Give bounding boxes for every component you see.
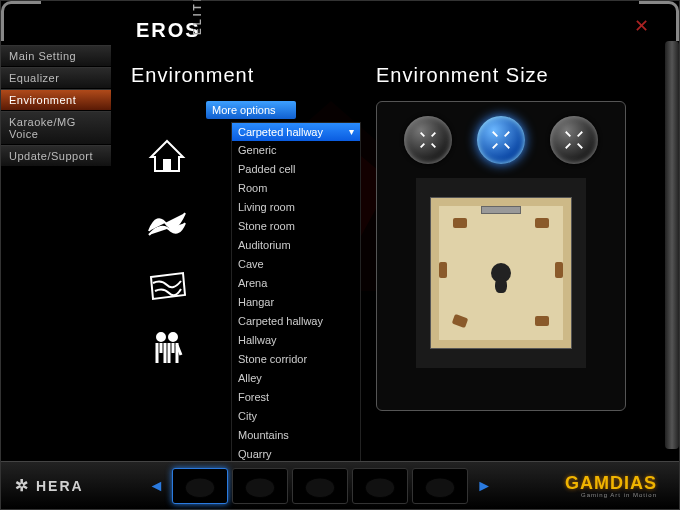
terrain-icon[interactable] bbox=[146, 264, 188, 306]
sidebar-item-update-support[interactable]: Update/Support bbox=[1, 145, 111, 167]
product-carousel: ◄ ► bbox=[98, 468, 543, 504]
carousel-thumbs bbox=[172, 468, 468, 504]
svg-point-6 bbox=[246, 477, 276, 497]
section-title-environment: Environment bbox=[131, 64, 254, 87]
dropdown-list: GenericPadded cellRoomLiving roomStone r… bbox=[232, 141, 360, 481]
svg-point-8 bbox=[366, 477, 396, 497]
sidebar-item-equalizer[interactable]: Equalizer bbox=[1, 67, 111, 89]
section-title-size: Environment Size bbox=[376, 64, 549, 87]
dropdown-selected-label: Carpeted hallway bbox=[238, 126, 323, 138]
dropdown-option[interactable]: Mountains bbox=[232, 426, 360, 445]
dropdown-option[interactable]: Hangar bbox=[232, 293, 360, 312]
sidebar-item-main-setting[interactable]: Main Setting bbox=[1, 45, 111, 67]
svg-point-3 bbox=[157, 333, 165, 341]
dropdown-option[interactable]: City bbox=[232, 407, 360, 426]
carousel-thumb[interactable] bbox=[292, 468, 348, 504]
sidebar-nav: Main SettingEqualizerEnvironmentKaraoke/… bbox=[1, 45, 111, 167]
room-floor bbox=[431, 198, 571, 348]
vendor-logo-text: GAMDIAS bbox=[565, 473, 657, 493]
dropdown-option[interactable]: Carpeted hallway bbox=[232, 312, 360, 331]
dropdown-option[interactable]: Padded cell bbox=[232, 160, 360, 179]
people-icon[interactable] bbox=[146, 328, 188, 370]
sidebar-item-environment[interactable]: Environment bbox=[1, 89, 111, 111]
environment-dropdown[interactable]: Carpeted hallway GenericPadded cellRoomL… bbox=[231, 122, 361, 482]
room-listener bbox=[491, 263, 511, 283]
product-logo: EROSELITE bbox=[136, 19, 244, 42]
dropdown-option[interactable]: Stone room bbox=[232, 217, 360, 236]
bottom-bar: ✲ HERA ◄ ► GAMDIAS Gaming Art in Motion bbox=[1, 461, 679, 509]
logo-subtext: ELITE bbox=[192, 0, 203, 35]
svg-point-5 bbox=[186, 477, 216, 497]
gear-icon: ✲ bbox=[15, 476, 30, 495]
dropdown-selected[interactable]: Carpeted hallway bbox=[232, 123, 360, 141]
logo-text: EROS bbox=[136, 19, 201, 41]
environment-category-icons bbox=[146, 136, 201, 370]
frame-edge bbox=[665, 41, 679, 449]
sidebar-item-karaoke-mg-voice[interactable]: Karaoke/MG Voice bbox=[1, 111, 111, 145]
carousel-prev-icon[interactable]: ◄ bbox=[144, 477, 168, 495]
carousel-thumb[interactable] bbox=[232, 468, 288, 504]
close-icon[interactable]: ✕ bbox=[634, 15, 649, 37]
main-content: Environment Environment Size More option… bbox=[126, 56, 654, 459]
dropdown-option[interactable]: Stone corridor bbox=[232, 350, 360, 369]
app-frame: EROSELITE ✕ Main SettingEqualizerEnviron… bbox=[0, 0, 680, 510]
dropdown-option[interactable]: Cave bbox=[232, 255, 360, 274]
carousel-thumb[interactable] bbox=[172, 468, 228, 504]
room-speaker bbox=[452, 314, 469, 328]
dropdown-option[interactable]: Living room bbox=[232, 198, 360, 217]
hera-button[interactable]: ✲ HERA bbox=[1, 476, 98, 495]
room-preview bbox=[416, 178, 586, 368]
size-knob-row bbox=[391, 116, 611, 164]
carousel-thumb[interactable] bbox=[352, 468, 408, 504]
size-medium-knob[interactable] bbox=[477, 116, 525, 164]
carousel-next-icon[interactable]: ► bbox=[472, 477, 496, 495]
size-large-knob[interactable] bbox=[550, 116, 598, 164]
dropdown-option[interactable]: Alley bbox=[232, 369, 360, 388]
dropdown-option[interactable]: Room bbox=[232, 179, 360, 198]
room-speaker bbox=[439, 262, 447, 278]
room-speaker bbox=[453, 218, 467, 228]
room-speaker bbox=[535, 218, 549, 228]
room-tv bbox=[481, 206, 521, 214]
house-icon[interactable] bbox=[146, 136, 188, 178]
svg-point-9 bbox=[426, 477, 456, 497]
vendor-logo: GAMDIAS Gaming Art in Motion bbox=[543, 473, 679, 498]
svg-point-7 bbox=[306, 477, 336, 497]
room-speaker bbox=[555, 262, 563, 278]
waves-icon[interactable] bbox=[146, 200, 188, 242]
dropdown-option[interactable]: Arena bbox=[232, 274, 360, 293]
dropdown-option[interactable]: Hallway bbox=[232, 331, 360, 350]
svg-point-4 bbox=[169, 333, 177, 341]
dropdown-option[interactable]: Generic bbox=[232, 141, 360, 160]
carousel-thumb[interactable] bbox=[412, 468, 468, 504]
environment-size-panel bbox=[376, 101, 626, 411]
more-options-button[interactable]: More options bbox=[206, 101, 296, 119]
room-speaker bbox=[535, 316, 549, 326]
size-small-knob[interactable] bbox=[404, 116, 452, 164]
frame-corner bbox=[1, 1, 41, 41]
dropdown-option[interactable]: Forest bbox=[232, 388, 360, 407]
hera-label: HERA bbox=[36, 478, 84, 494]
dropdown-option[interactable]: Auditorium bbox=[232, 236, 360, 255]
